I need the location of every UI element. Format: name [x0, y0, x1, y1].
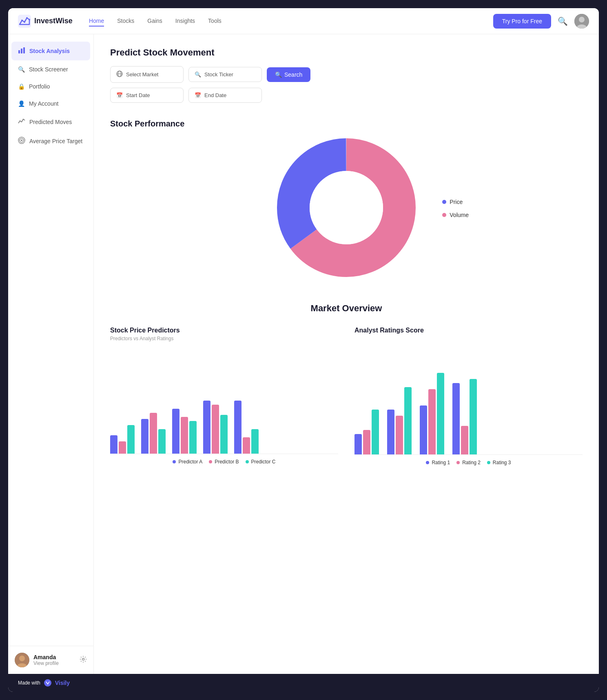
bar [437, 373, 444, 454]
legend-c-label: Predictor C [251, 459, 276, 465]
visily-icon [44, 679, 52, 687]
svg-rect-11 [23, 47, 25, 53]
legend-r1-label: Rating 1 [432, 460, 450, 465]
donut-chart [277, 138, 416, 277]
legend-a: Predictor A [173, 459, 202, 465]
sidebar-item-label-my-account: My Account [29, 100, 58, 107]
analyst-bars-area [354, 349, 583, 455]
sidebar-item-portfolio[interactable]: 🔒 Portfolio [11, 78, 90, 95]
legend-r3-label: Rating 3 [493, 460, 511, 465]
search-icon[interactable]: 🔍 [558, 16, 568, 26]
nav-links: Home Stocks Gains Insights Tools [89, 16, 222, 27]
bar [372, 410, 379, 454]
ticker-search-icon: 🔍 [195, 71, 201, 78]
sidebar-item-stock-analysis[interactable]: Stock Analysis [11, 42, 90, 60]
legend-c: Predictor C [246, 459, 276, 465]
legend-b: Predictor B [209, 459, 239, 465]
svg-rect-9 [18, 50, 20, 53]
nav-stocks[interactable]: Stocks [117, 16, 134, 27]
app-name: InvestWise [34, 17, 73, 25]
predict-controls-row1: Select Market 🔍 Stock Ticker 🔍 Search [110, 66, 583, 83]
svg-point-2 [21, 20, 23, 21]
stock-ticker-input[interactable]: 🔍 Stock Ticker [188, 67, 262, 82]
legend-b-label: Predictor B [215, 459, 239, 465]
sidebar-item-my-account[interactable]: 👤 My Account [11, 95, 90, 112]
bar [150, 413, 157, 454]
nav-gains[interactable]: Gains [147, 16, 162, 27]
sidebar-item-label-predicted-moves: Predicted Moves [29, 119, 72, 125]
sidebar-view-profile[interactable]: View profile [33, 660, 59, 666]
predictors-chart-title: Stock Price Predictors [110, 327, 338, 334]
legend-volume-dot [442, 213, 446, 217]
ticker-placeholder: Stock Ticker [204, 71, 233, 78]
svg-point-18 [82, 658, 84, 660]
bar [127, 425, 135, 454]
analyst-chart-panel: Analyst Ratings Score [354, 327, 583, 465]
bar [420, 405, 427, 454]
svg-rect-10 [21, 49, 22, 53]
bar [234, 401, 241, 454]
stock-screener-icon: 🔍 [18, 66, 25, 73]
end-date-input[interactable]: 📅 End Date [188, 88, 262, 103]
performance-section: Stock Performance Price [110, 119, 583, 279]
bar [220, 415, 228, 454]
sidebar-item-label-portfolio: Portfolio [29, 83, 50, 90]
legend-price: Price [442, 199, 469, 205]
sidebar-bottom: Amanda View profile [8, 646, 93, 674]
select-market-input[interactable]: Select Market [110, 66, 184, 83]
predicted-moves-icon [18, 117, 25, 126]
bar [243, 437, 250, 454]
settings-gear-icon[interactable] [80, 656, 87, 665]
performance-title: Stock Performance [110, 119, 583, 128]
svg-point-5 [29, 19, 30, 20]
nav-insights[interactable]: Insights [175, 16, 195, 27]
bar [189, 421, 197, 454]
bar [251, 429, 259, 454]
bar [396, 416, 403, 454]
legend-price-dot [442, 200, 446, 204]
nav-tools[interactable]: Tools [208, 16, 222, 27]
portfolio-icon: 🔒 [18, 83, 25, 90]
bar [212, 405, 219, 454]
calendar-end-icon: 📅 [195, 92, 201, 98]
search-button[interactable]: 🔍 Search [267, 67, 310, 82]
predictors-bars-area [110, 348, 338, 454]
bar [470, 379, 477, 454]
bar [461, 426, 468, 454]
bar [363, 430, 370, 454]
bar [172, 409, 179, 454]
sidebar-user-avatar [15, 653, 29, 667]
user-avatar[interactable] [574, 14, 589, 29]
my-account-icon: 👤 [18, 100, 25, 107]
legend-volume-label: Volume [450, 212, 469, 218]
avg-price-target-icon [18, 137, 25, 145]
bar [158, 429, 166, 454]
predictors-legend: Predictor A Predictor B Predictor C [110, 459, 338, 465]
sidebar-item-label-stock-screener: Stock Screener [29, 66, 68, 73]
market-overview-title: Market Overview [110, 303, 583, 314]
svg-point-7 [579, 17, 585, 22]
footer-brand: Visily [55, 680, 70, 686]
bar [404, 387, 412, 454]
sidebar-item-predicted-moves[interactable]: Predicted Moves [11, 113, 90, 131]
top-nav: InvestWise Home Stocks Gains Insights To… [8, 8, 599, 34]
sidebar-item-avg-price-target[interactable]: Average Price Target [11, 132, 90, 150]
start-date-input[interactable]: 📅 Start Date [110, 88, 184, 103]
try-pro-button[interactable]: Try Pro for Free [493, 14, 551, 29]
footer-made-with: Made with [18, 680, 40, 686]
logo-icon [18, 15, 31, 28]
bar [203, 401, 210, 454]
search-btn-label: Search [284, 71, 302, 78]
sidebar-item-stock-screener[interactable]: 🔍 Stock Screener [11, 61, 90, 78]
calendar-start-icon: 📅 [116, 92, 123, 98]
bar [387, 410, 394, 454]
nav-home[interactable]: Home [89, 16, 104, 27]
bar [452, 383, 460, 454]
stock-analysis-icon [18, 47, 25, 55]
nav-right: Try Pro for Free 🔍 [493, 14, 589, 29]
analyst-chart-title: Analyst Ratings Score [354, 327, 583, 334]
svg-point-24 [310, 171, 383, 244]
bar [119, 441, 126, 454]
legend-r2-label: Rating 2 [462, 460, 481, 465]
analyst-legend: Rating 1 Rating 2 Rating 3 [354, 460, 583, 465]
